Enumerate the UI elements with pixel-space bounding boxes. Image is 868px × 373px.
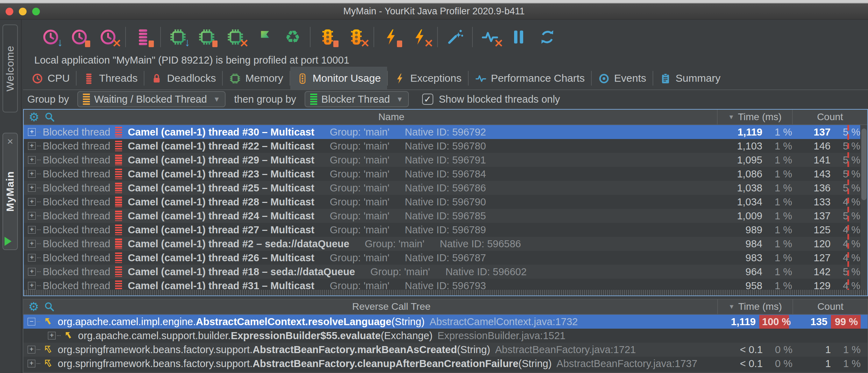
tab-threads[interactable]: Threads <box>77 67 144 89</box>
row-prefix: Blocked thread <box>43 182 110 194</box>
clear-monitor-data-icon[interactable]: × <box>347 28 366 46</box>
expand-icon[interactable]: + <box>28 198 36 206</box>
vertical-scrollbar[interactable] <box>860 125 867 290</box>
thread-row[interactable]: +Blocked threadCamel (camel-1) thread #2… <box>24 167 867 181</box>
thread-group: Group: 'main' <box>330 182 390 194</box>
stop-cpu-profiling-icon[interactable] <box>70 28 89 46</box>
expand-icon[interactable]: + <box>28 360 35 367</box>
call-tree-row[interactable]: +org.springframework.beans.factory.suppo… <box>23 357 868 371</box>
time-percent: 1 % <box>762 168 792 180</box>
performance-charts-icon <box>475 72 487 85</box>
thread-row[interactable]: +Blocked threadCamel (camel-1) thread #1… <box>24 265 867 279</box>
tab-deadlocks[interactable]: Deadlocks <box>144 67 222 89</box>
tab-memory[interactable]: Memory <box>223 67 289 89</box>
count-percent: 4 % <box>831 196 860 208</box>
column-header-reverse-call-tree[interactable]: Reverse Call Tree <box>65 301 717 312</box>
time-value: 1,034 <box>717 196 762 208</box>
tab-welcome[interactable]: Welcome <box>2 24 18 112</box>
table-settings-gear-icon[interactable]: ⚙ <box>29 110 39 124</box>
time-value: 983 <box>717 252 762 264</box>
call-tree-row[interactable]: −org.apache.camel.impl.engine.AbstractCa… <box>23 315 868 329</box>
expand-icon[interactable]: + <box>28 142 36 150</box>
tree-connector <box>37 229 41 230</box>
call-tree-row[interactable]: +org.springframework.beans.factory.suppo… <box>23 343 868 357</box>
title-bar: MyMain - YourKit Java Profiler 2020.9-b4… <box>0 3 868 20</box>
capture-memory-snapshot-icon[interactable] <box>255 28 273 46</box>
column-header-count[interactable]: Count <box>792 299 868 314</box>
stop-monitor-profiling-icon[interactable] <box>318 28 337 46</box>
thread-row[interactable]: +Blocked threadCamel (camel-1) thread #2… <box>24 223 867 237</box>
expand-icon[interactable]: + <box>28 240 36 248</box>
column-header-name[interactable]: Name <box>66 111 717 123</box>
time-value: 1,086 <box>717 168 762 180</box>
expand-icon[interactable]: + <box>28 282 36 290</box>
table-search-icon[interactable] <box>44 111 55 123</box>
expand-icon[interactable]: + <box>28 184 36 192</box>
tab-exceptions[interactable]: Exceptions <box>388 67 468 89</box>
thread-row[interactable]: +Blocked threadCamel (camel-1) thread #2… <box>24 195 867 209</box>
clear-telemetry-icon[interactable]: × <box>481 28 499 46</box>
horizontal-scrollbar[interactable] <box>24 290 867 295</box>
call-tree-row[interactable]: +org.apache.camel.support.builder.Expres… <box>23 329 868 343</box>
thread-row[interactable]: +Blocked threadCamel (camel-1) thread #2… <box>24 237 867 251</box>
thread-row[interactable]: +Blocked threadCamel (camel-1) thread #3… <box>24 279 867 290</box>
expand-icon[interactable]: + <box>28 128 36 136</box>
collapse-icon[interactable]: − <box>28 318 35 326</box>
close-session-icon[interactable]: × <box>7 137 13 146</box>
then-group-by-dropdown[interactable]: Blocker Thread ▼ <box>305 91 409 107</box>
thread-name: Camel (camel-1) thread #25 – Multicast <box>128 182 314 194</box>
pause-telemetry-icon[interactable] <box>509 28 528 46</box>
thread-row[interactable]: +Blocked threadCamel (camel-1) thread #2… <box>24 181 867 195</box>
tab-summary[interactable]: Summary <box>653 67 727 89</box>
profiler-toolbar: ↓×↓×♻××× <box>23 20 868 54</box>
force-garbage-collection-icon[interactable]: ♻ <box>283 28 302 46</box>
table-search-icon[interactable] <box>44 301 55 312</box>
show-blocked-threads-checkbox[interactable]: ✓ <box>422 94 433 105</box>
time-percent: 1 % <box>762 182 792 194</box>
waiting-thread-icon <box>83 94 90 105</box>
expand-icon[interactable]: + <box>28 170 36 178</box>
expand-icon[interactable]: + <box>28 254 36 262</box>
stop-thread-telemetry-icon[interactable] <box>134 28 152 46</box>
time-value: 1,095 <box>717 154 762 166</box>
tab-events[interactable]: Events <box>592 67 653 89</box>
refresh-icon[interactable] <box>538 28 557 46</box>
column-header-time[interactable]: ▼ Time (ms) <box>717 299 792 314</box>
clear-badge-icon: × <box>112 37 122 49</box>
expand-icon[interactable]: + <box>28 268 36 276</box>
thread-row[interactable]: +Blocked threadCamel (camel-1) thread #2… <box>24 251 867 265</box>
tab-mymain[interactable]: × MyMain <box>2 133 18 250</box>
tab-monitor-usage[interactable]: Monitor Usage <box>290 67 387 90</box>
thread-row[interactable]: +Blocked threadCamel (camel-1) thread #2… <box>24 139 867 153</box>
expand-icon[interactable]: + <box>28 212 36 220</box>
column-header-count[interactable]: Count <box>792 110 867 124</box>
thread-row[interactable]: +Blocked threadCamel (camel-1) thread #2… <box>24 153 867 167</box>
tab-performance-charts[interactable]: Performance Charts <box>469 67 591 89</box>
thread-row[interactable]: +Blocked threadCamel (camel-1) thread #3… <box>24 125 867 139</box>
expand-icon[interactable]: + <box>28 346 35 353</box>
clear-cpu-data-icon[interactable]: × <box>99 28 118 46</box>
table-settings-gear-icon[interactable]: ⚙ <box>28 300 39 314</box>
stop-exception-profiling-icon[interactable] <box>382 28 401 46</box>
expand-icon[interactable]: + <box>28 226 36 234</box>
column-header-time[interactable]: ▼ Time (ms) <box>717 110 792 124</box>
clear-memory-data-icon[interactable]: × <box>226 28 245 46</box>
group-by-dropdown[interactable]: Waiting / Blocked Thread ▼ <box>77 91 226 107</box>
start-cpu-profiling-icon[interactable]: ↓ <box>41 28 60 46</box>
stop-memory-profiling-icon[interactable] <box>197 28 216 46</box>
thread-name: Camel (camel-1) thread #22 – Multicast <box>128 140 314 152</box>
inspections-icon[interactable] <box>446 28 464 46</box>
scrollbar-thumb[interactable] <box>861 129 867 200</box>
tree-connector <box>37 271 41 272</box>
count-value: 136 <box>792 182 831 194</box>
expand-icon[interactable]: + <box>48 332 56 339</box>
method-package: org.springframework.beans.factory.suppor… <box>58 344 252 356</box>
tab-cpu[interactable]: CPU <box>25 67 76 89</box>
method-cell: +org.apache.camel.support.builder.Expres… <box>44 330 717 342</box>
tab-welcome-label: Welcome <box>4 45 16 91</box>
expand-icon[interactable]: + <box>28 156 36 164</box>
tab-label: Summary <box>676 72 720 84</box>
start-memory-profiling-icon[interactable]: ↓ <box>169 28 187 46</box>
thread-row[interactable]: +Blocked threadCamel (camel-1) thread #2… <box>24 209 867 223</box>
clear-exception-data-icon[interactable]: × <box>411 28 429 46</box>
